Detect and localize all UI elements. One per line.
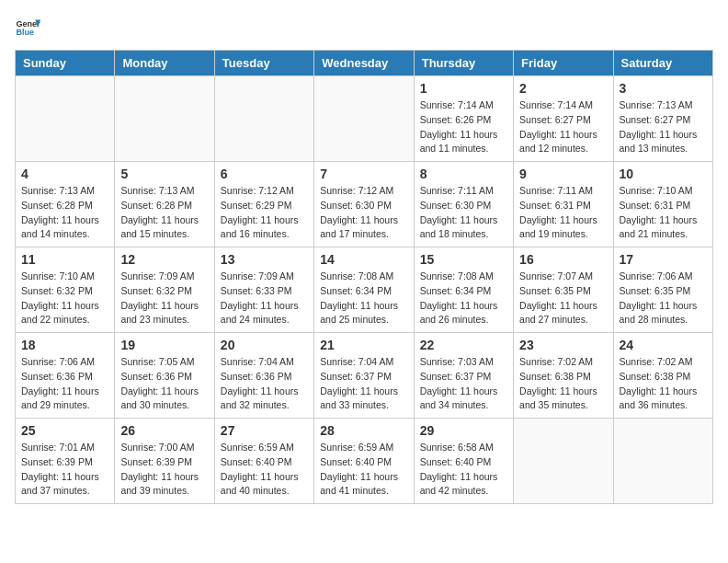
calendar-cell: 15Sunrise: 7:08 AMSunset: 6:34 PMDayligh… [414,247,513,333]
day-info: Sunrise: 7:10 AMSunset: 6:31 PMDaylight:… [620,184,707,242]
day-number: 11 [21,252,108,267]
calendar-cell: 14Sunrise: 7:08 AMSunset: 6:34 PMDayligh… [314,247,414,333]
day-number: 12 [120,252,208,267]
calendar-cell: 24Sunrise: 7:02 AMSunset: 6:38 PMDayligh… [613,333,712,419]
day-info: Sunrise: 7:09 AMSunset: 6:32 PMDaylight:… [120,270,208,327]
day-info: Sunrise: 7:08 AMSunset: 6:34 PMDaylight:… [420,270,507,327]
day-number: 7 [320,167,407,181]
day-number: 10 [620,167,707,181]
header: General Blue [15,15,713,40]
calendar-cell: 9Sunrise: 7:11 AMSunset: 6:31 PMDaylight… [514,162,613,247]
day-number: 22 [420,338,507,352]
day-number: 4 [21,167,108,181]
day-number: 23 [519,338,607,352]
day-info: Sunrise: 7:09 AMSunset: 6:33 PMDaylight:… [221,270,308,327]
week-row-5: 25Sunrise: 7:01 AMSunset: 6:39 PMDayligh… [16,419,713,504]
day-header-saturday: Saturday [613,51,712,76]
day-info: Sunrise: 7:11 AMSunset: 6:31 PMDaylight:… [519,184,607,242]
day-info: Sunrise: 7:06 AMSunset: 6:36 PMDaylight:… [21,355,108,413]
day-info: Sunrise: 7:06 AMSunset: 6:35 PMDaylight:… [620,270,707,327]
day-header-sunday: Sunday [16,51,115,76]
calendar-cell: 23Sunrise: 7:02 AMSunset: 6:38 PMDayligh… [514,333,613,419]
calendar-cell: 1Sunrise: 7:14 AMSunset: 6:26 PMDaylight… [414,76,513,162]
day-number: 25 [21,423,108,438]
day-number: 29 [420,423,507,438]
day-number: 19 [120,338,208,352]
calendar-cell: 11Sunrise: 7:10 AMSunset: 6:32 PMDayligh… [16,247,115,333]
day-info: Sunrise: 6:59 AMSunset: 6:40 PMDaylight:… [320,441,407,499]
calendar-cell: 2Sunrise: 7:14 AMSunset: 6:27 PMDaylight… [514,76,613,162]
calendar-cell [514,419,613,504]
day-info: Sunrise: 7:00 AMSunset: 6:39 PMDaylight:… [120,441,208,499]
calendar-cell [314,76,414,162]
calendar-cell: 13Sunrise: 7:09 AMSunset: 6:33 PMDayligh… [214,247,313,333]
day-number: 3 [620,81,707,96]
day-header-row: SundayMondayTuesdayWednesdayThursdayFrid… [16,51,713,76]
week-row-2: 4Sunrise: 7:13 AMSunset: 6:28 PMDaylight… [16,162,713,247]
day-info: Sunrise: 7:01 AMSunset: 6:39 PMDaylight:… [21,441,108,499]
day-info: Sunrise: 6:58 AMSunset: 6:40 PMDaylight:… [420,441,507,499]
day-number: 14 [320,252,407,267]
week-row-3: 11Sunrise: 7:10 AMSunset: 6:32 PMDayligh… [16,247,713,333]
calendar-cell: 26Sunrise: 7:00 AMSunset: 6:39 PMDayligh… [115,419,214,504]
calendar-cell: 22Sunrise: 7:03 AMSunset: 6:37 PMDayligh… [414,333,513,419]
day-number: 26 [120,423,208,438]
day-number: 15 [420,252,507,267]
day-number: 8 [420,167,507,181]
calendar-cell: 8Sunrise: 7:11 AMSunset: 6:30 PMDaylight… [414,162,513,247]
calendar-table: SundayMondayTuesdayWednesdayThursdayFrid… [15,50,713,504]
calendar-cell: 5Sunrise: 7:13 AMSunset: 6:28 PMDaylight… [115,162,214,247]
day-number: 13 [221,252,308,267]
calendar-cell: 29Sunrise: 6:58 AMSunset: 6:40 PMDayligh… [414,419,513,504]
svg-text:Blue: Blue [16,28,34,37]
day-info: Sunrise: 7:04 AMSunset: 6:37 PMDaylight:… [320,355,407,413]
day-number: 1 [420,81,507,96]
day-info: Sunrise: 7:10 AMSunset: 6:32 PMDaylight:… [21,270,108,327]
day-header-monday: Monday [115,51,214,76]
day-number: 18 [21,338,108,352]
day-info: Sunrise: 6:59 AMSunset: 6:40 PMDaylight:… [221,441,308,499]
calendar-cell: 3Sunrise: 7:13 AMSunset: 6:27 PMDaylight… [613,76,712,162]
day-number: 24 [620,338,707,352]
calendar-cell: 18Sunrise: 7:06 AMSunset: 6:36 PMDayligh… [16,333,115,419]
calendar-cell: 10Sunrise: 7:10 AMSunset: 6:31 PMDayligh… [613,162,712,247]
day-number: 17 [620,252,707,267]
day-info: Sunrise: 7:12 AMSunset: 6:30 PMDaylight:… [320,184,407,242]
calendar-cell: 20Sunrise: 7:04 AMSunset: 6:36 PMDayligh… [214,333,313,419]
day-info: Sunrise: 7:02 AMSunset: 6:38 PMDaylight:… [519,355,607,413]
day-info: Sunrise: 7:13 AMSunset: 6:28 PMDaylight:… [21,184,108,242]
day-info: Sunrise: 7:13 AMSunset: 6:27 PMDaylight:… [620,98,707,156]
day-header-tuesday: Tuesday [214,51,313,76]
calendar-cell: 27Sunrise: 6:59 AMSunset: 6:40 PMDayligh… [214,419,313,504]
day-info: Sunrise: 7:08 AMSunset: 6:34 PMDaylight:… [320,270,407,327]
logo-icon: General Blue [15,15,40,40]
day-number: 28 [320,423,407,438]
calendar-cell: 21Sunrise: 7:04 AMSunset: 6:37 PMDayligh… [314,333,414,419]
day-info: Sunrise: 7:07 AMSunset: 6:35 PMDaylight:… [519,270,607,327]
calendar-cell: 12Sunrise: 7:09 AMSunset: 6:32 PMDayligh… [115,247,214,333]
day-header-thursday: Thursday [414,51,513,76]
day-info: Sunrise: 7:14 AMSunset: 6:27 PMDaylight:… [519,98,607,156]
logo: General Blue [15,15,44,40]
day-number: 27 [221,423,308,438]
week-row-4: 18Sunrise: 7:06 AMSunset: 6:36 PMDayligh… [16,333,713,419]
calendar-cell: 28Sunrise: 6:59 AMSunset: 6:40 PMDayligh… [314,419,414,504]
day-info: Sunrise: 7:05 AMSunset: 6:36 PMDaylight:… [120,355,208,413]
calendar-cell [16,76,115,162]
week-row-1: 1Sunrise: 7:14 AMSunset: 6:26 PMDaylight… [16,76,713,162]
day-info: Sunrise: 7:03 AMSunset: 6:37 PMDaylight:… [420,355,507,413]
day-number: 5 [120,167,208,181]
calendar-cell [613,419,712,504]
calendar-cell: 19Sunrise: 7:05 AMSunset: 6:36 PMDayligh… [115,333,214,419]
day-header-wednesday: Wednesday [314,51,414,76]
calendar-cell: 16Sunrise: 7:07 AMSunset: 6:35 PMDayligh… [514,247,613,333]
day-info: Sunrise: 7:12 AMSunset: 6:29 PMDaylight:… [221,184,308,242]
day-number: 21 [320,338,407,352]
day-header-friday: Friday [514,51,613,76]
day-number: 6 [221,167,308,181]
calendar-cell: 4Sunrise: 7:13 AMSunset: 6:28 PMDaylight… [16,162,115,247]
calendar-cell: 17Sunrise: 7:06 AMSunset: 6:35 PMDayligh… [613,247,712,333]
calendar-cell [214,76,313,162]
calendar-cell: 6Sunrise: 7:12 AMSunset: 6:29 PMDaylight… [214,162,313,247]
day-number: 2 [519,81,607,96]
